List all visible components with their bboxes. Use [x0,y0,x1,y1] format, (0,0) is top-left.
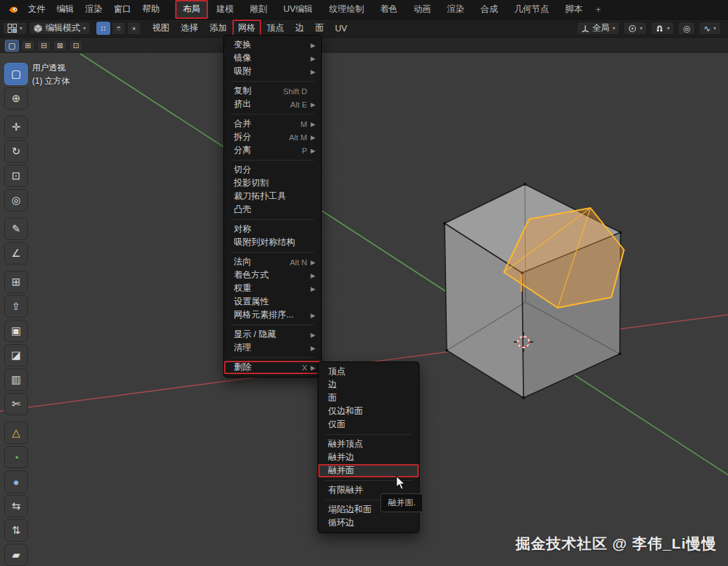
tool-shelf: ▢⊕✛↻⊡◎✎∠⊞⇧▣◪▥✄△◔●⇆⇅▰ [4,63,28,566]
vertex-select-button[interactable] [96,22,110,35]
workspace-tab[interactable]: 动画 [406,0,438,19]
tool-transform[interactable]: ◎ [4,189,28,211]
mesh-menu-item[interactable]: ▶ [231,114,314,114]
mesh-menu-item[interactable]: ▶ [231,81,314,82]
mesh-menu-item[interactable]: 显示 / 隐藏 ▶ [224,328,321,341]
delete-submenu-item[interactable]: 仅边和面 ▶ [318,405,419,418]
workspace-tab[interactable]: 渲染 [439,0,472,19]
mesh-menu-item[interactable]: 对称 ▶ [224,223,321,236]
blender-logo-icon[interactable] [4,2,22,17]
app-menu-item[interactable]: 帮助 [137,1,165,18]
tool-measure[interactable]: ∠ [4,242,28,265]
tool-poly-build[interactable]: △ [4,422,28,444]
mesh-menu-item[interactable]: 着色方式 ▶ [224,269,321,282]
mesh-menu-item[interactable]: ▶ [231,219,314,220]
delete-submenu-item[interactable]: 面 ▶ [318,392,419,405]
tool-extrude-region[interactable]: ⇧ [4,295,28,318]
workspace-tab[interactable]: 雕刻 [242,0,275,19]
tool-move[interactable]: ✛ [4,116,28,138]
delete-submenu-item[interactable]: 融并面 ▶ [318,464,419,477]
workspace-tab[interactable]: 几何节点 [506,0,556,19]
tool-inset-faces[interactable]: ▣ [4,320,28,342]
mesh-menu-item[interactable]: 复制 Shift D ▶ [224,84,321,98]
workspace-tab[interactable]: 合成 [473,0,505,19]
mesh-menu-item[interactable]: 法向 Alt N ▶ [224,255,321,269]
tool-spin[interactable]: ◔ [4,446,28,468]
tool-rotate[interactable]: ↻ [4,140,28,163]
mesh-menu-item[interactable]: ▶ [231,325,314,325]
mesh-menu-item[interactable]: 分离 P ▶ [224,144,321,157]
mesh-menu-item[interactable]: ▶ [231,252,314,253]
select-mode-invert[interactable]: ⊠ [53,40,67,52]
app-menu-item[interactable]: 编辑 [51,1,80,18]
edge-select-button[interactable] [112,22,126,35]
mesh-menu-item[interactable]: 裁刀拓扑工具 ▶ [224,190,321,203]
tool-shrink-fatten[interactable]: ⇅ [4,519,28,542]
select-mode-subtract[interactable]: ⊟ [37,40,51,52]
delete-submenu-item[interactable]: 边 ▶ [318,378,419,392]
delete-submenu-item[interactable]: 仅面 ▶ [318,418,419,431]
snap-dropdown[interactable]: ▾ [651,22,674,35]
viewport-menu[interactable]: 选择 [175,20,204,37]
tool-scale[interactable]: ⊡ [4,165,28,187]
mesh-menu-item[interactable]: 吸附到对称结构 ▶ [224,236,321,249]
tool-loop-cut[interactable]: ▥ [4,368,28,391]
workspace-tab[interactable]: 脚本 [557,0,590,19]
mesh-menu-item[interactable]: ▶ [231,357,314,358]
face-select-button[interactable] [127,22,141,35]
tool-edge-slide[interactable]: ⇆ [4,495,28,517]
app-menu-item[interactable]: 窗口 [108,1,137,18]
mesh-menu-item[interactable]: ▶ [231,160,314,161]
select-mode-intersect[interactable]: ⊡ [69,40,83,52]
tool-select-box[interactable]: ▢ [4,63,28,85]
workspace-tab[interactable]: 着色 [372,0,405,19]
delete-submenu-item[interactable]: ▶ [325,480,412,481]
mesh-menu-item[interactable]: 删除 X ▶ [224,361,321,374]
workspace-tab[interactable]: 纹理绘制 [321,0,371,19]
select-mode-set[interactable]: ▢ [5,40,19,52]
falloff-dropdown[interactable]: ∿ ▾ [699,22,721,35]
tool-icon: ⇆ [12,500,21,512]
submenu-arrow-icon: ▶ [311,332,315,338]
editor-type-button[interactable]: ▾ [3,22,27,35]
app-menu-item[interactable]: 渲染 [80,1,108,18]
viewport-menu[interactable]: UV [329,21,352,36]
mesh-menu-item[interactable]: 切分 ▶ [224,163,321,177]
mesh-menu-item[interactable]: 吸附 ▶ [224,65,321,78]
mesh-menu-item[interactable]: 清理 ▶ [224,341,321,355]
submenu-arrow-icon: ▶ [311,55,315,62]
mesh-menu-item[interactable]: 设置属性 ▶ [224,295,321,308]
pivot-point-dropdown[interactable]: ▾ [623,22,647,35]
delete-submenu-item[interactable]: 融并边 ▶ [318,451,419,464]
mesh-menu-item[interactable]: 投影切割 ▶ [224,177,321,190]
transform-orientation-dropdown[interactable]: 全局 ▾ [577,22,620,35]
delete-submenu-item[interactable]: 循环边 ▶ [318,516,419,530]
add-workspace-button[interactable]: + [590,1,606,18]
tool-bevel[interactable]: ◪ [4,344,28,366]
mesh-menu-item[interactable]: 挤出 Alt E ▶ [224,98,321,111]
tool-knife[interactable]: ✄ [4,393,28,415]
delete-submenu-item[interactable]: 融并顶点 ▶ [318,438,419,451]
mesh-menu-item[interactable]: 镜像 ▶ [224,52,321,65]
workspace-tab[interactable]: UV编辑 [276,0,320,19]
proportional-editing-toggle[interactable]: ◎ [678,22,694,35]
workspace-tab[interactable]: 布局 [175,0,208,19]
select-mode-extend[interactable]: ⊞ [21,40,35,52]
tool-shear[interactable]: ▰ [4,544,28,566]
mesh-menu-item[interactable]: 合并 M ▶ [224,117,321,131]
tool-annotate[interactable]: ✎ [4,218,28,240]
mesh-menu-item[interactable]: 变换 ▶ [224,38,321,52]
app-menu-item[interactable]: 文件 [22,1,51,18]
mesh-menu-item[interactable]: 凸壳 ▶ [224,203,321,216]
tool-add-cube[interactable]: ⊞ [4,271,28,293]
tool-smooth[interactable]: ● [4,470,28,493]
mesh-menu-item[interactable]: 网格元素排序... ▶ [224,308,321,322]
mode-selector-dropdown[interactable]: 编辑模式 ▾ [29,22,91,35]
viewport-menu[interactable]: 视图 [147,20,175,37]
mesh-menu-item[interactable]: 拆分 Alt M ▶ [224,131,321,144]
tool-cursor[interactable]: ⊕ [4,87,28,110]
delete-submenu-item[interactable]: ▶ [325,434,412,435]
mesh-menu-item[interactable]: 权重 ▶ [224,282,321,295]
workspace-tab[interactable]: 建模 [209,0,242,19]
delete-submenu-item[interactable]: 顶点 ▶ [318,365,419,378]
